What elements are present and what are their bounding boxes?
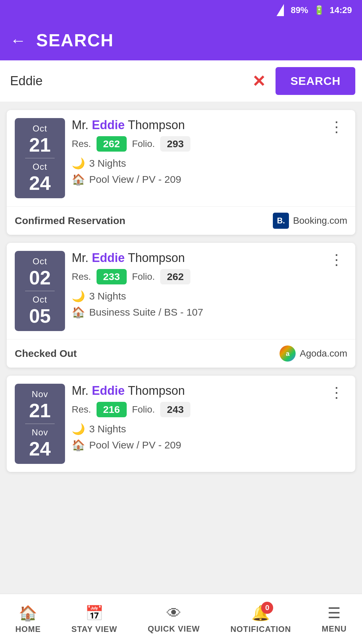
date-block-3: Nov 21 Nov 24 (15, 384, 65, 464)
eye-icon: 👁 (167, 605, 181, 622)
res-label-1: Res. (72, 139, 91, 149)
reservation-card-2: Oct 02 Oct 05 Mr. Eddie Thompson Res. 23… (7, 243, 355, 368)
house-icon-1: 🏠 (72, 173, 85, 186)
nav-quick-view[interactable]: 👁 QUICK VIEW (148, 605, 200, 634)
status-info: 89% 🔋 14:29 (291, 5, 352, 15)
room-row-3: 🏠 Pool View / PV - 209 (72, 439, 319, 451)
card-footer-2: Checked Out a Agoda.com (7, 339, 355, 368)
clear-button[interactable]: ✕ (245, 72, 272, 91)
guest-prefix-3: Mr. (72, 384, 88, 397)
status-bar: 89% 🔋 14:29 (0, 0, 362, 20)
guest-name-3: Mr. Eddie Thompson (72, 384, 319, 398)
res-label-3: Res. (72, 404, 91, 415)
folio-label-1: Folio. (132, 139, 155, 149)
card-info-1: Mr. Eddie Thompson Res. 262 Folio. 293 🌙… (72, 118, 319, 186)
nights-row-1: 🌙 3 Nights (72, 157, 319, 170)
source-label-2: Agoda.com (300, 348, 347, 359)
more-button-1[interactable]: ⋮ (326, 118, 347, 135)
checkout-month-1: Oct (33, 162, 47, 172)
page-title: SEARCH (36, 30, 114, 50)
folio-number-2: 262 (160, 269, 190, 284)
res-folio-row-3: Res. 216 Folio. 243 (72, 402, 319, 417)
signal-icon (277, 4, 284, 16)
nav-quick-label: QUICK VIEW (148, 624, 200, 634)
checkin-month-3: Nov (32, 389, 48, 399)
battery-icon: 🔋 (314, 5, 324, 15)
moon-icon-1: 🌙 (72, 157, 85, 170)
res-number-2: 233 (97, 269, 127, 284)
res-number-3: 216 (97, 402, 127, 417)
checkin-day-2: 02 (29, 268, 51, 287)
checkin-day-3: 21 (29, 401, 51, 420)
header: ← SEARCH (0, 20, 362, 60)
search-bar: ✕ SEARCH (0, 60, 362, 102)
booking-logo-1: B. (273, 213, 289, 229)
guest-firstname-2: Eddie (92, 251, 125, 265)
moon-icon-3: 🌙 (72, 423, 85, 435)
checkout-day-1: 24 (29, 173, 51, 193)
results-list: Oct 21 Oct 24 Mr. Eddie Thompson Res. 26… (0, 102, 362, 526)
nights-text-1: 3 Nights (89, 158, 126, 169)
search-input[interactable] (7, 70, 242, 92)
back-button[interactable]: ← (10, 31, 26, 50)
nights-row-3: 🌙 3 Nights (72, 423, 319, 435)
room-row-1: 🏠 Pool View / PV - 209 (72, 173, 319, 186)
notification-badge: 0 (261, 602, 273, 614)
nav-notif-label: NOTIFICATION (230, 625, 291, 634)
battery-level: 89% (291, 5, 308, 15)
house-icon-3: 🏠 (72, 439, 85, 451)
guest-lastname-1: Thompson (128, 118, 185, 132)
calendar-icon: 📅 (85, 604, 104, 622)
card-info-2: Mr. Eddie Thompson Res. 233 Folio. 262 🌙… (72, 251, 319, 319)
guest-prefix-2: Mr. (72, 251, 88, 265)
checkout-month-2: Oct (33, 294, 47, 305)
folio-label-3: Folio. (132, 404, 155, 415)
date-block-2: Oct 02 Oct 05 (15, 251, 65, 331)
room-text-3: Pool View / PV - 209 (89, 439, 181, 451)
folio-number-1: 293 (160, 136, 190, 152)
guest-lastname-2: Thompson (128, 251, 185, 265)
date-block-1: Oct 21 Oct 24 (15, 118, 65, 198)
footer-source-2: a Agoda.com (280, 345, 347, 362)
notification-wrapper: 🔔 0 (251, 604, 270, 622)
card-footer-1: Confirmed Reservation B. Booking.com (7, 206, 355, 235)
nights-text-2: 3 Nights (89, 290, 126, 302)
folio-label-2: Folio. (132, 271, 155, 282)
nav-menu[interactable]: ☰ MENU (322, 604, 347, 634)
room-row-2: 🏠 Business Suite / BS - 107 (72, 306, 319, 319)
nav-stay-view[interactable]: 📅 STAY VIEW (71, 604, 117, 634)
more-button-2[interactable]: ⋮ (326, 251, 347, 268)
source-label-1: Booking.com (293, 215, 347, 226)
nav-stay-label: STAY VIEW (71, 625, 117, 634)
guest-firstname-1: Eddie (92, 118, 125, 132)
checkout-month-3: Nov (32, 427, 48, 438)
footer-source-1: B. Booking.com (273, 213, 347, 229)
checkin-month-2: Oct (33, 256, 47, 267)
moon-icon-2: 🌙 (72, 290, 85, 303)
nights-row-2: 🌙 3 Nights (72, 290, 319, 303)
nav-home-label: HOME (15, 625, 41, 634)
reservation-card-1: Oct 21 Oct 24 Mr. Eddie Thompson Res. 26… (7, 110, 355, 235)
nav-home[interactable]: 🏠 HOME (15, 604, 41, 634)
nav-menu-label: MENU (322, 624, 347, 634)
res-number-1: 262 (97, 136, 127, 152)
search-button[interactable]: SEARCH (276, 67, 355, 95)
nights-text-3: 3 Nights (89, 423, 126, 435)
checkin-day-1: 21 (29, 135, 51, 155)
card-info-3: Mr. Eddie Thompson Res. 216 Folio. 243 🌙… (72, 384, 319, 451)
agoda-logo-2: a (280, 345, 296, 362)
reservation-card-3: Nov 21 Nov 24 Mr. Eddie Thompson Res. 21… (7, 376, 355, 472)
bottom-nav: 🏠 HOME 📅 STAY VIEW 👁 QUICK VIEW 🔔 0 NOTI… (0, 594, 362, 644)
guest-prefix-1: Mr. (72, 118, 88, 132)
more-button-3[interactable]: ⋮ (326, 384, 347, 401)
guest-name-2: Mr. Eddie Thompson (72, 251, 319, 265)
menu-icon: ☰ (327, 604, 341, 622)
checkout-day-3: 24 (29, 439, 51, 459)
room-text-1: Pool View / PV - 209 (89, 174, 181, 185)
nav-notification[interactable]: 🔔 0 NOTIFICATION (230, 604, 291, 634)
guest-name-1: Mr. Eddie Thompson (72, 118, 319, 132)
clock: 14:29 (330, 5, 352, 15)
checkin-month-1: Oct (33, 123, 47, 134)
folio-number-3: 243 (160, 402, 190, 417)
footer-status-1: Confirmed Reservation (15, 215, 125, 226)
